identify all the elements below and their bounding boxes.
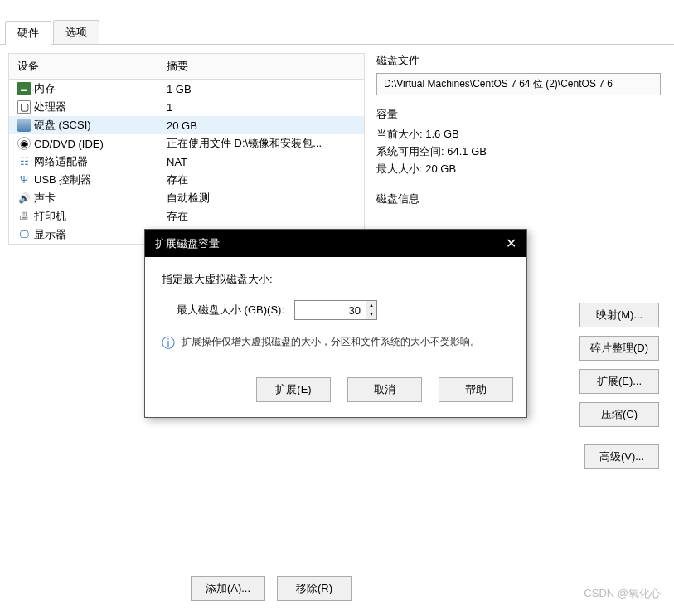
dialog-label: 指定最大虚拟磁盘大小: — [162, 272, 510, 287]
row-cd[interactable]: ◉CD/DVD (IDE) 正在使用文件 D:\镜像和安装包... — [9, 134, 364, 153]
advanced-button[interactable]: 高级(V)... — [584, 444, 659, 469]
disk-info-label: 磁盘信息 — [376, 192, 661, 206]
right-panel: 磁盘文件 D:\Virtual Machines\CentOS 7 64 位 (… — [371, 53, 666, 245]
size-spinner[interactable]: ▲ ▼ — [294, 300, 377, 320]
info-text: 扩展操作仅增大虚拟磁盘的大小，分区和文件系统的大小不受影响。 — [182, 335, 480, 349]
watermark: CSDN @氧化心 — [584, 586, 661, 601]
dialog-title-text: 扩展磁盘容量 — [155, 236, 220, 251]
max-size: 最大大小: 20 GB — [376, 162, 661, 177]
current-size: 当前大小: 1.6 GB — [376, 127, 661, 142]
display-icon: 🖵 — [17, 228, 31, 241]
row-disk[interactable]: 硬盘 (SCSI) 20 GB — [9, 116, 364, 134]
info-icon: ⓘ — [162, 335, 175, 352]
expand-dialog: 扩展磁盘容量 ✕ 指定最大虚拟磁盘大小: 最大磁盘大小 (GB)(S): ▲ ▼… — [144, 229, 527, 418]
row-memory[interactable]: ▬内存 1 GB — [9, 80, 364, 98]
disk-icon — [17, 119, 31, 132]
disk-file-path[interactable]: D:\Virtual Machines\CentOS 7 64 位 (2)\Ce… — [376, 73, 661, 95]
spinner-up-icon[interactable]: ▲ — [366, 301, 376, 310]
device-list-panel: 设备 摘要 ▬内存 1 GB ▢处理器 1 硬盘 (SCSI) 20 GB ◉C… — [8, 53, 365, 245]
dev-label: USB 控制器 — [34, 172, 91, 187]
row-usb[interactable]: ΨUSB 控制器 存在 — [9, 171, 364, 189]
size-label: 最大磁盘大小 (GB)(S): — [177, 303, 284, 318]
row-cpu[interactable]: ▢处理器 1 — [9, 98, 364, 116]
dev-label: 内存 — [34, 81, 56, 96]
dev-summary: 1 GB — [158, 83, 364, 95]
dev-label: 显示器 — [34, 227, 66, 242]
defrag-button[interactable]: 碎片整理(D) — [579, 336, 659, 361]
dev-label: 硬盘 (SCSI) — [34, 118, 91, 133]
cd-icon: ◉ — [17, 137, 31, 150]
disk-file-label: 磁盘文件 — [376, 53, 661, 68]
network-icon: ☷ — [17, 155, 31, 168]
dialog-expand-button[interactable]: 扩展(E) — [256, 377, 331, 402]
row-sound[interactable]: 🔊声卡 自动检测 — [9, 189, 364, 207]
printer-icon: 🖶 — [17, 210, 31, 223]
dialog-cancel-button[interactable]: 取消 — [347, 377, 422, 402]
remove-button[interactable]: 移除(R) — [277, 576, 352, 601]
dev-summary: 自动检测 — [158, 191, 364, 206]
row-printer[interactable]: 🖶打印机 存在 — [9, 207, 364, 226]
close-icon[interactable]: ✕ — [506, 235, 516, 251]
cpu-icon: ▢ — [17, 100, 31, 114]
size-input[interactable] — [295, 302, 366, 319]
dev-label: 声卡 — [34, 191, 56, 206]
spinner-down-icon[interactable]: ▼ — [366, 310, 376, 319]
dev-summary: 存在 — [158, 209, 364, 224]
dev-summary: 正在使用文件 D:\镜像和安装包... — [158, 136, 364, 151]
free-space: 系统可用空间: 64.1 GB — [376, 144, 661, 159]
compact-button[interactable]: 压缩(C) — [579, 402, 659, 427]
dev-summary: NAT — [158, 156, 364, 168]
dialog-help-button[interactable]: 帮助 — [439, 377, 513, 402]
dev-label: CD/DVD (IDE) — [34, 138, 104, 150]
tab-hardware[interactable]: 硬件 — [5, 21, 51, 45]
row-network[interactable]: ☷网络适配器 NAT — [9, 153, 364, 171]
dev-label: 处理器 — [34, 99, 66, 114]
dev-summary: 存在 — [158, 172, 364, 187]
usb-icon: Ψ — [17, 173, 31, 187]
dev-label: 网络适配器 — [34, 154, 88, 169]
capacity-label: 容量 — [376, 107, 661, 122]
expand-button[interactable]: 扩展(E)... — [579, 369, 659, 394]
dev-summary: 20 GB — [158, 119, 364, 132]
memory-icon: ▬ — [17, 82, 31, 95]
add-button[interactable]: 添加(A)... — [191, 576, 265, 601]
map-button[interactable]: 映射(M)... — [579, 303, 659, 327]
header-summary: 摘要 — [158, 54, 364, 79]
header-device: 设备 — [9, 54, 158, 79]
dev-summary: 1 — [158, 101, 364, 114]
tab-options[interactable]: 选项 — [53, 20, 99, 44]
sound-icon: 🔊 — [17, 192, 31, 205]
dev-label: 打印机 — [34, 209, 66, 224]
